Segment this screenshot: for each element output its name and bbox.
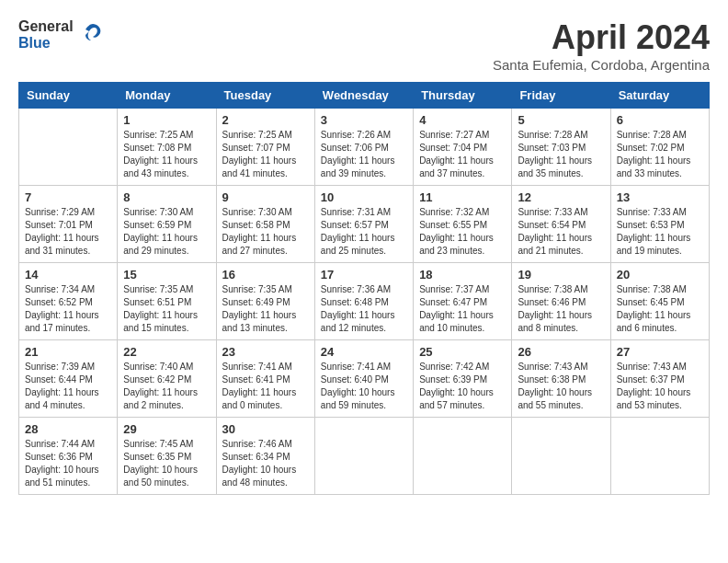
calendar-cell: 30Sunrise: 7:46 AM Sunset: 6:34 PM Dayli… <box>216 418 314 495</box>
logo-bird-icon <box>80 20 106 50</box>
calendar-table: SundayMondayTuesdayWednesdayThursdayFrid… <box>18 82 710 495</box>
calendar-cell: 23Sunrise: 7:41 AM Sunset: 6:41 PM Dayli… <box>216 340 314 418</box>
day-number: 19 <box>518 268 604 282</box>
calendar-cell: 13Sunrise: 7:33 AM Sunset: 6:53 PM Dayli… <box>610 186 709 263</box>
day-info: Sunrise: 7:41 AM Sunset: 6:41 PM Dayligh… <box>222 361 309 412</box>
day-number: 25 <box>419 345 506 359</box>
calendar-week-row: 14Sunrise: 7:34 AM Sunset: 6:52 PM Dayli… <box>19 263 710 340</box>
day-info: Sunrise: 7:34 AM Sunset: 6:52 PM Dayligh… <box>25 283 111 335</box>
calendar-cell: 26Sunrise: 7:43 AM Sunset: 6:38 PM Dayli… <box>512 340 610 418</box>
calendar-day-header: Monday <box>118 83 216 109</box>
calendar-cell <box>414 418 512 495</box>
month-title: April 2024 <box>493 18 710 57</box>
calendar-cell: 2Sunrise: 7:25 AM Sunset: 7:07 PM Daylig… <box>216 109 314 186</box>
calendar-cell: 14Sunrise: 7:34 AM Sunset: 6:52 PM Dayli… <box>19 263 118 340</box>
calendar-cell: 28Sunrise: 7:44 AM Sunset: 6:36 PM Dayli… <box>19 418 118 495</box>
calendar-cell: 3Sunrise: 7:26 AM Sunset: 7:06 PM Daylig… <box>314 109 413 186</box>
day-number: 22 <box>123 345 210 359</box>
day-number: 11 <box>419 190 506 204</box>
day-info: Sunrise: 7:33 AM Sunset: 6:54 PM Dayligh… <box>518 206 604 258</box>
day-info: Sunrise: 7:39 AM Sunset: 6:44 PM Dayligh… <box>25 361 111 412</box>
calendar-cell: 17Sunrise: 7:36 AM Sunset: 6:48 PM Dayli… <box>314 263 413 340</box>
day-info: Sunrise: 7:44 AM Sunset: 6:36 PM Dayligh… <box>25 438 111 489</box>
calendar-header-row: SundayMondayTuesdayWednesdayThursdayFrid… <box>19 83 710 109</box>
day-number: 4 <box>419 113 506 127</box>
day-info: Sunrise: 7:36 AM Sunset: 6:48 PM Dayligh… <box>321 283 407 335</box>
day-number: 30 <box>222 422 309 436</box>
day-number: 15 <box>123 268 210 282</box>
calendar-cell <box>19 109 118 186</box>
calendar-cell: 24Sunrise: 7:41 AM Sunset: 6:40 PM Dayli… <box>314 340 413 418</box>
location-subtitle: Santa Eufemia, Cordoba, Argentina <box>493 57 710 73</box>
calendar-week-row: 1Sunrise: 7:25 AM Sunset: 7:08 PM Daylig… <box>19 109 710 186</box>
calendar-day-header: Tuesday <box>216 83 314 109</box>
calendar-cell: 4Sunrise: 7:27 AM Sunset: 7:04 PM Daylig… <box>414 109 512 186</box>
calendar-cell <box>512 418 610 495</box>
day-info: Sunrise: 7:41 AM Sunset: 6:40 PM Dayligh… <box>321 361 407 412</box>
day-info: Sunrise: 7:37 AM Sunset: 6:47 PM Dayligh… <box>419 283 506 335</box>
calendar-week-row: 7Sunrise: 7:29 AM Sunset: 7:01 PM Daylig… <box>19 186 710 263</box>
day-info: Sunrise: 7:43 AM Sunset: 6:38 PM Dayligh… <box>518 361 604 412</box>
calendar-cell: 5Sunrise: 7:28 AM Sunset: 7:03 PM Daylig… <box>512 109 610 186</box>
calendar-cell: 15Sunrise: 7:35 AM Sunset: 6:51 PM Dayli… <box>118 263 216 340</box>
day-number: 27 <box>617 345 703 359</box>
calendar-cell: 12Sunrise: 7:33 AM Sunset: 6:54 PM Dayli… <box>512 186 610 263</box>
day-info: Sunrise: 7:25 AM Sunset: 7:07 PM Dayligh… <box>222 129 309 180</box>
calendar-cell <box>314 418 413 495</box>
logo: General Blue <box>18 18 106 51</box>
day-number: 26 <box>518 345 604 359</box>
day-number: 3 <box>321 113 407 127</box>
day-info: Sunrise: 7:30 AM Sunset: 6:59 PM Dayligh… <box>123 206 210 258</box>
title-section: April 2024 Santa Eufemia, Cordoba, Argen… <box>493 18 710 73</box>
day-number: 13 <box>617 190 703 204</box>
day-number: 10 <box>321 190 407 204</box>
logo-general: General <box>18 18 74 35</box>
day-info: Sunrise: 7:31 AM Sunset: 6:57 PM Dayligh… <box>321 206 407 258</box>
calendar-cell: 19Sunrise: 7:38 AM Sunset: 6:46 PM Dayli… <box>512 263 610 340</box>
calendar-week-row: 21Sunrise: 7:39 AM Sunset: 6:44 PM Dayli… <box>19 340 710 418</box>
day-number: 16 <box>222 268 309 282</box>
logo-blue: Blue <box>18 35 74 52</box>
day-info: Sunrise: 7:26 AM Sunset: 7:06 PM Dayligh… <box>321 129 407 180</box>
calendar-cell: 25Sunrise: 7:42 AM Sunset: 6:39 PM Dayli… <box>414 340 512 418</box>
day-number: 14 <box>25 268 111 282</box>
day-number: 21 <box>25 345 111 359</box>
calendar-cell: 20Sunrise: 7:38 AM Sunset: 6:45 PM Dayli… <box>610 263 709 340</box>
calendar-cell: 29Sunrise: 7:45 AM Sunset: 6:35 PM Dayli… <box>118 418 216 495</box>
calendar-cell: 8Sunrise: 7:30 AM Sunset: 6:59 PM Daylig… <box>118 186 216 263</box>
calendar-cell <box>610 418 709 495</box>
day-info: Sunrise: 7:32 AM Sunset: 6:55 PM Dayligh… <box>419 206 506 258</box>
calendar-cell: 11Sunrise: 7:32 AM Sunset: 6:55 PM Dayli… <box>414 186 512 263</box>
day-number: 9 <box>222 190 309 204</box>
day-info: Sunrise: 7:43 AM Sunset: 6:37 PM Dayligh… <box>617 361 703 412</box>
day-info: Sunrise: 7:35 AM Sunset: 6:51 PM Dayligh… <box>123 283 210 335</box>
calendar-cell: 27Sunrise: 7:43 AM Sunset: 6:37 PM Dayli… <box>610 340 709 418</box>
day-number: 23 <box>222 345 309 359</box>
calendar-day-header: Saturday <box>610 83 709 109</box>
day-info: Sunrise: 7:28 AM Sunset: 7:02 PM Dayligh… <box>617 129 703 180</box>
calendar-cell: 1Sunrise: 7:25 AM Sunset: 7:08 PM Daylig… <box>118 109 216 186</box>
day-number: 7 <box>25 190 111 204</box>
day-info: Sunrise: 7:45 AM Sunset: 6:35 PM Dayligh… <box>123 438 210 489</box>
calendar-cell: 7Sunrise: 7:29 AM Sunset: 7:01 PM Daylig… <box>19 186 118 263</box>
day-number: 1 <box>123 113 210 127</box>
calendar-cell: 9Sunrise: 7:30 AM Sunset: 6:58 PM Daylig… <box>216 186 314 263</box>
day-info: Sunrise: 7:42 AM Sunset: 6:39 PM Dayligh… <box>419 361 506 412</box>
day-info: Sunrise: 7:30 AM Sunset: 6:58 PM Dayligh… <box>222 206 309 258</box>
calendar-cell: 6Sunrise: 7:28 AM Sunset: 7:02 PM Daylig… <box>610 109 709 186</box>
day-info: Sunrise: 7:28 AM Sunset: 7:03 PM Dayligh… <box>518 129 604 180</box>
calendar-week-row: 28Sunrise: 7:44 AM Sunset: 6:36 PM Dayli… <box>19 418 710 495</box>
day-info: Sunrise: 7:38 AM Sunset: 6:45 PM Dayligh… <box>617 283 703 335</box>
calendar-day-header: Thursday <box>414 83 512 109</box>
calendar-day-header: Wednesday <box>314 83 413 109</box>
day-number: 12 <box>518 190 604 204</box>
day-info: Sunrise: 7:33 AM Sunset: 6:53 PM Dayligh… <box>617 206 703 258</box>
day-number: 17 <box>321 268 407 282</box>
calendar-cell: 16Sunrise: 7:35 AM Sunset: 6:49 PM Dayli… <box>216 263 314 340</box>
day-number: 24 <box>321 345 407 359</box>
day-number: 29 <box>123 422 210 436</box>
day-info: Sunrise: 7:38 AM Sunset: 6:46 PM Dayligh… <box>518 283 604 335</box>
day-info: Sunrise: 7:46 AM Sunset: 6:34 PM Dayligh… <box>222 438 309 489</box>
calendar-cell: 10Sunrise: 7:31 AM Sunset: 6:57 PM Dayli… <box>314 186 413 263</box>
day-info: Sunrise: 7:35 AM Sunset: 6:49 PM Dayligh… <box>222 283 309 335</box>
